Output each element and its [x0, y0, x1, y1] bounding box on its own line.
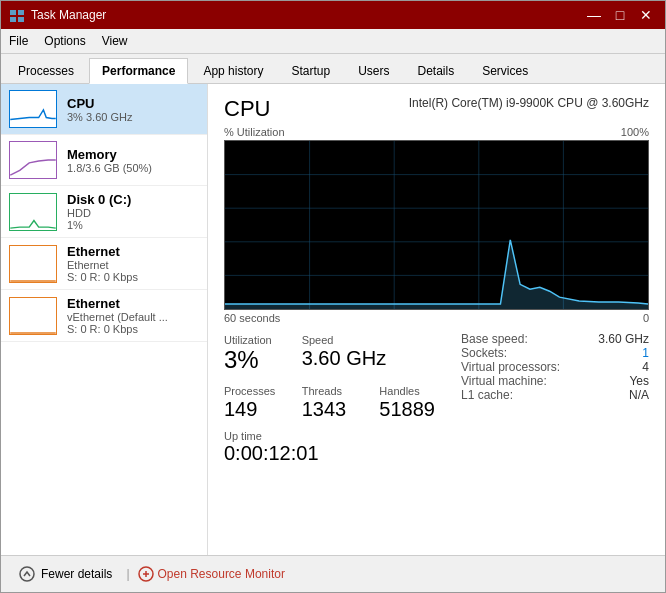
- processes-label: Processes: [224, 385, 294, 397]
- memory-detail: 1.8/3.6 GB (50%): [67, 162, 199, 174]
- eth1-detail1: Ethernet: [67, 259, 199, 271]
- tab-bar: Processes Performance App history Startu…: [1, 54, 665, 84]
- speed-stat: Speed 3.60 GHz: [302, 330, 449, 377]
- cpu-chart: [224, 140, 649, 310]
- utilization-value: 3%: [224, 347, 294, 373]
- handles-label: Handles: [379, 385, 449, 397]
- utilization-stat: Utilization 3%: [224, 330, 294, 377]
- uptime-label: Up time: [224, 430, 449, 442]
- tab-users[interactable]: Users: [345, 58, 402, 83]
- tab-services[interactable]: Services: [469, 58, 541, 83]
- sidebar-item-ethernet2[interactable]: Ethernet vEthernet (Default ... S: 0 R: …: [1, 290, 207, 342]
- speed-label: Speed: [302, 334, 449, 346]
- main-panel: CPU Intel(R) Core(TM) i9-9900K CPU @ 3.6…: [208, 84, 665, 555]
- tab-app-history[interactable]: App history: [190, 58, 276, 83]
- chart-y-label: % Utilization: [224, 126, 285, 138]
- chart-y-max: 100%: [621, 126, 649, 138]
- sidebar-item-cpu[interactable]: CPU 3% 3.60 GHz: [1, 84, 207, 135]
- eth2-mini-chart: [9, 297, 57, 335]
- chevron-up-icon: [19, 566, 35, 582]
- menu-file[interactable]: File: [1, 31, 36, 51]
- threads-label: Threads: [302, 385, 372, 397]
- cpu-detail: 3% 3.60 GHz: [67, 111, 199, 123]
- tab-performance[interactable]: Performance: [89, 58, 188, 84]
- eth2-detail2: S: 0 R: 0 Kbps: [67, 323, 199, 335]
- virtual-proc-row: Virtual processors: 4: [461, 360, 649, 374]
- window-controls: — □ ✕: [583, 4, 657, 26]
- fewer-details-button[interactable]: Fewer details: [13, 562, 118, 586]
- open-resource-monitor-link[interactable]: Open Resource Monitor: [138, 566, 285, 582]
- threads-stat: Threads 1343: [302, 381, 372, 424]
- app-icon: [9, 7, 25, 23]
- open-resource-monitor-label: Open Resource Monitor: [158, 567, 285, 581]
- cpu-sidebar-info: CPU 3% 3.60 GHz: [67, 96, 199, 123]
- speed-value: 3.60 GHz: [302, 347, 449, 369]
- stats-section: Utilization 3% Speed 3.60 GHz Processes …: [224, 330, 649, 465]
- base-speed-row: Base speed: 3.60 GHz: [461, 332, 649, 346]
- chart-x-label: 60 seconds: [224, 312, 280, 324]
- l1-cache-label: L1 cache:: [461, 388, 513, 402]
- sidebar-item-memory[interactable]: Memory 1.8/3.6 GB (50%): [1, 135, 207, 186]
- processes-value: 149: [224, 398, 294, 420]
- maximize-button[interactable]: □: [609, 4, 631, 26]
- l1-cache-row: L1 cache: N/A: [461, 388, 649, 402]
- disk-detail1: HDD: [67, 207, 199, 219]
- disk-sidebar-info: Disk 0 (C:) HDD 1%: [67, 192, 199, 231]
- footer-divider: |: [126, 567, 129, 581]
- threads-value: 1343: [302, 398, 372, 420]
- sidebar: CPU 3% 3.60 GHz Memory 1.8/3.6 GB (50%): [1, 84, 208, 555]
- minimize-button[interactable]: —: [583, 4, 605, 26]
- close-button[interactable]: ✕: [635, 4, 657, 26]
- memory-label: Memory: [67, 147, 199, 162]
- fewer-details-label: Fewer details: [41, 567, 112, 581]
- handles-value: 51889: [379, 398, 449, 420]
- disk-label: Disk 0 (C:): [67, 192, 199, 207]
- svg-rect-3: [18, 17, 24, 22]
- task-manager-window: Task Manager — □ ✕ File Options View Pro…: [0, 0, 666, 593]
- svg-rect-6: [10, 194, 55, 230]
- disk-detail2: 1%: [67, 219, 199, 231]
- cpu-mini-chart: [9, 90, 57, 128]
- left-stats: Utilization 3% Speed 3.60 GHz Processes …: [224, 330, 449, 465]
- resource-monitor-icon: [138, 566, 154, 582]
- virtual-machine-value: Yes: [629, 374, 649, 388]
- svg-rect-1: [18, 10, 24, 15]
- title-bar: Task Manager — □ ✕: [1, 1, 665, 29]
- memory-mini-chart: [9, 141, 57, 179]
- main-title: CPU: [224, 96, 270, 122]
- base-speed-value: 3.60 GHz: [598, 332, 649, 346]
- eth2-detail1: vEthernet (Default ...: [67, 311, 199, 323]
- l1-cache-value: N/A: [629, 388, 649, 402]
- svg-rect-2: [10, 17, 16, 22]
- sidebar-item-ethernet1[interactable]: Ethernet Ethernet S: 0 R: 0 Kbps: [1, 238, 207, 290]
- virtual-proc-value: 4: [642, 360, 649, 374]
- svg-point-18: [20, 567, 34, 581]
- chart-bottom-labels: 60 seconds 0: [224, 312, 649, 324]
- content-area: CPU 3% 3.60 GHz Memory 1.8/3.6 GB (50%): [1, 84, 665, 555]
- virtual-machine-row: Virtual machine: Yes: [461, 374, 649, 388]
- svg-marker-17: [225, 240, 648, 309]
- utilization-label: Utilization: [224, 334, 294, 346]
- eth1-mini-chart: [9, 245, 57, 283]
- footer: Fewer details | Open Resource Monitor: [1, 555, 665, 592]
- svg-rect-8: [10, 298, 55, 334]
- menu-bar: File Options View: [1, 29, 665, 54]
- virtual-machine-label: Virtual machine:: [461, 374, 547, 388]
- tab-startup[interactable]: Startup: [278, 58, 343, 83]
- memory-sidebar-info: Memory 1.8/3.6 GB (50%): [67, 147, 199, 174]
- sidebar-item-disk[interactable]: Disk 0 (C:) HDD 1%: [1, 186, 207, 238]
- main-subtitle: Intel(R) Core(TM) i9-9900K CPU @ 3.60GHz: [409, 96, 649, 110]
- sockets-label: Sockets:: [461, 346, 507, 360]
- main-header: CPU Intel(R) Core(TM) i9-9900K CPU @ 3.6…: [224, 96, 649, 122]
- uptime-section: Up time 0:00:12:01: [224, 430, 449, 465]
- eth1-detail2: S: 0 R: 0 Kbps: [67, 271, 199, 283]
- uptime-value: 0:00:12:01: [224, 442, 449, 465]
- tab-processes[interactable]: Processes: [5, 58, 87, 83]
- handles-stat: Handles 51889: [379, 381, 449, 424]
- tab-details[interactable]: Details: [404, 58, 467, 83]
- sockets-row: Sockets: 1: [461, 346, 649, 360]
- menu-options[interactable]: Options: [36, 31, 93, 51]
- right-stats-panel: Base speed: 3.60 GHz Sockets: 1 Virtual …: [449, 330, 649, 465]
- menu-view[interactable]: View: [94, 31, 136, 51]
- window-title: Task Manager: [31, 8, 583, 22]
